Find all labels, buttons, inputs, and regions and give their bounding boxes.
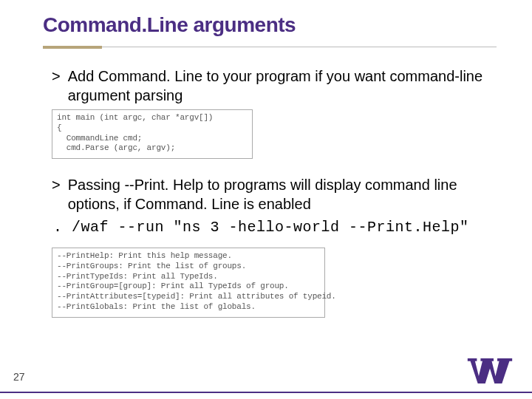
- bullet-item: > Passing --Print. Help to programs will…: [52, 175, 497, 214]
- bullet-marker: >: [52, 66, 61, 105]
- bullet-item: > Add Command. Line to your program if y…: [52, 66, 497, 105]
- bullet-text: Passing --Print. Help to programs will d…: [68, 175, 497, 214]
- slide: Command.Line arguments > Add Command. Li…: [0, 0, 532, 399]
- help-output-box: --PrintHelp: Print this help message. --…: [52, 248, 325, 318]
- title-underline-rule: [102, 47, 497, 47]
- page-number: 27: [13, 371, 25, 383]
- slide-body: > Add Command. Line to your program if y…: [52, 66, 497, 318]
- bullet-marker: >: [52, 175, 61, 214]
- uw-logo-icon: [466, 355, 514, 387]
- code-snippet-main: int main (int argc, char *argv[]) { Comm…: [52, 109, 253, 159]
- command-line-example: . /waf --run "ns 3 -hello-world --Print.…: [53, 218, 497, 237]
- bullet-text: Add Command. Line to your program if you…: [68, 66, 497, 105]
- title-underline-accent: [43, 46, 102, 49]
- footer-rule: [0, 392, 532, 393]
- slide-title: Command.Line arguments: [43, 13, 296, 37]
